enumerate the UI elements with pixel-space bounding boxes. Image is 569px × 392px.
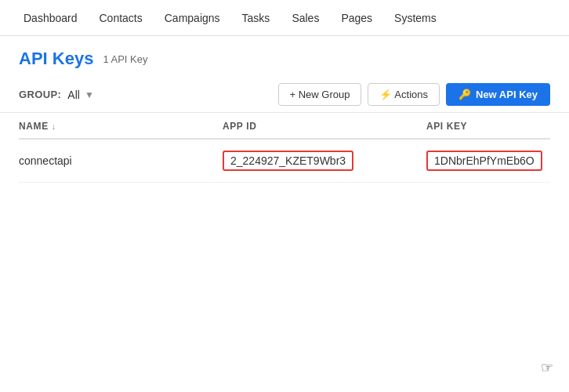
toolbar: GROUP: All ▼ + New Group ⚡ Actions 🔑 New… <box>0 77 569 113</box>
col-apikey-label: API KEY <box>426 121 467 132</box>
api-keys-table: NAME ↓ APP ID API KEY connectapi 2_22492… <box>0 113 569 183</box>
col-header-appid: APP ID <box>223 121 426 132</box>
appid-value: 2_224927_KZET9Wbr3 <box>223 151 353 171</box>
new-api-key-button[interactable]: 🔑 New API Key <box>446 83 550 106</box>
nav-pages[interactable]: Pages <box>330 0 383 35</box>
cursor-indicator: ☞ <box>541 359 553 376</box>
new-api-key-label: New API Key <box>476 89 538 100</box>
chevron-down-icon: ▼ <box>85 89 94 100</box>
page-header: API Keys 1 API Key <box>0 36 569 77</box>
cell-apikey: 1DNbrEhPfYmEb6O <box>426 151 550 171</box>
group-value: All <box>67 89 80 101</box>
nav-contacts[interactable]: Contacts <box>89 0 154 35</box>
new-group-button[interactable]: + New Group <box>278 83 362 106</box>
nav-dashboard[interactable]: Dashboard <box>13 0 89 35</box>
col-name-label: NAME <box>19 121 49 132</box>
nav-campaigns[interactable]: Campaigns <box>154 0 231 35</box>
table-row: connectapi 2_224927_KZET9Wbr3 1DNbrEhPfY… <box>19 140 550 183</box>
cell-appid: 2_224927_KZET9Wbr3 <box>223 151 426 171</box>
cell-name: connectapi <box>19 154 223 167</box>
page-title: API Keys <box>19 49 93 69</box>
api-key-count: 1 API Key <box>103 53 147 65</box>
nav-tasks[interactable]: Tasks <box>231 0 281 35</box>
col-header-name: NAME ↓ <box>19 121 223 132</box>
key-icon: 🔑 <box>458 89 471 100</box>
col-header-apikey: API KEY <box>426 121 550 132</box>
group-label: GROUP: <box>19 89 61 100</box>
actions-button[interactable]: ⚡ Actions <box>368 83 440 106</box>
nav-sales[interactable]: Sales <box>281 0 330 35</box>
apikey-value: 1DNbrEhPfYmEb6O <box>426 151 542 171</box>
group-select[interactable]: All ▼ <box>67 89 93 101</box>
nav-systems[interactable]: Systems <box>383 0 448 35</box>
table-header: NAME ↓ APP ID API KEY <box>19 113 550 140</box>
top-nav: Dashboard Contacts Campaigns Tasks Sales… <box>0 0 569 36</box>
col-appid-label: APP ID <box>223 121 256 132</box>
sort-icon-name[interactable]: ↓ <box>52 122 56 131</box>
